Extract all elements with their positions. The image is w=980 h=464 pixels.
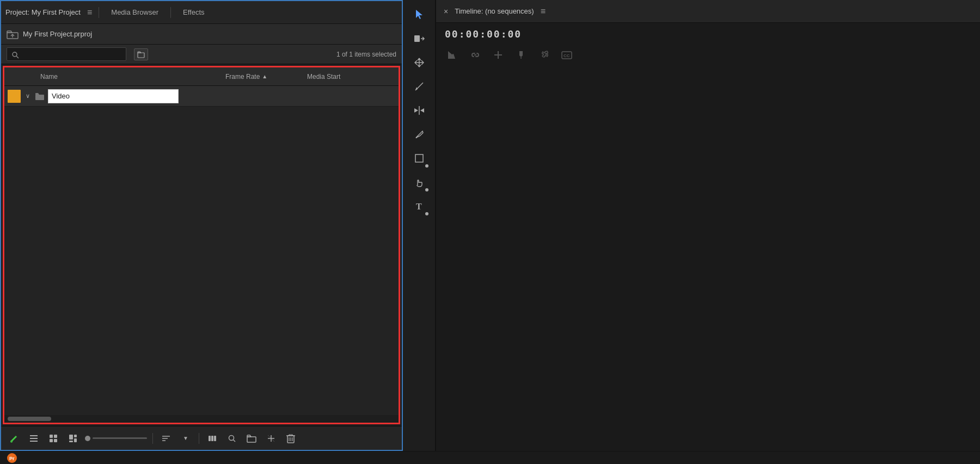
svg-rect-16 [74, 435, 77, 437]
svg-rect-12 [54, 435, 57, 438]
tools-timeline-container: T × Timeline: (no sequences) ≡ 00:00:00:… [403, 0, 980, 451]
tl-select-tool[interactable] [445, 47, 460, 63]
svg-rect-23 [211, 436, 213, 441]
clear-button[interactable] [264, 431, 279, 446]
tl-settings-tool[interactable] [536, 47, 552, 63]
zoom-slider-wrapper[interactable] [85, 436, 147, 441]
search-input[interactable] [22, 50, 121, 58]
project-menu-icon[interactable]: ≡ [85, 8, 94, 17]
items-selected-label: 1 of 1 items selected [336, 51, 396, 58]
zoom-slider[interactable] [93, 437, 147, 439]
tl-marker-tool[interactable] [513, 47, 529, 63]
search-icon [11, 50, 19, 58]
svg-rect-14 [54, 439, 57, 442]
panel-header: Project: My First Project ≡ Media Browse… [1, 1, 402, 24]
project-file-name: My First Project.prproj [23, 30, 92, 38]
svg-rect-13 [50, 439, 53, 442]
tab-separator-1 [99, 7, 99, 18]
tl-add-edit-tool[interactable] [491, 47, 506, 63]
toolbar-separator-1 [152, 433, 153, 444]
folder-up-icon[interactable] [7, 29, 19, 39]
svg-point-2 [13, 52, 17, 57]
svg-text:CC: CC [564, 53, 570, 58]
text-tool-badge [425, 212, 428, 215]
selection-tool-button[interactable] [409, 4, 430, 25]
column-adjust-button[interactable] [205, 431, 220, 446]
icon-view-button[interactable] [46, 431, 61, 446]
timeline-menu-icon[interactable]: ≡ [541, 7, 546, 16]
timecode-display: 00:00:00:00 [436, 23, 980, 45]
svg-line-26 [234, 440, 236, 442]
hand-tool-badge [425, 188, 428, 191]
zoom-slider-dot [85, 436, 90, 441]
pen-tool-button[interactable] [409, 124, 430, 145]
toolbar-separator-2 [199, 433, 199, 444]
row-name-input[interactable] [48, 89, 179, 103]
timeline-close-icon[interactable]: × [442, 6, 450, 17]
list-area: Name Frame Rate ▲ Media Start ∨ [3, 66, 400, 424]
new-bin-button[interactable] [244, 431, 259, 446]
sort-dropdown-button[interactable]: ▼ [178, 431, 193, 446]
hand-tool-button[interactable] [409, 172, 430, 193]
new-item-button[interactable] [7, 431, 22, 446]
timeline-empty-area [436, 65, 980, 451]
svg-rect-18 [69, 441, 73, 442]
row-thumbnail [8, 90, 21, 103]
list-view-button[interactable] [26, 431, 41, 446]
svg-rect-4 [138, 53, 144, 58]
table-row[interactable]: ∨ [4, 86, 399, 107]
row-expand-icon[interactable]: ∨ [23, 92, 33, 100]
media-browser-tab[interactable]: Media Browser [103, 1, 166, 24]
tl-link-tool[interactable] [468, 47, 483, 63]
list-body: ∨ [4, 86, 399, 415]
tab-separator-2 [170, 7, 171, 18]
text-tool-button[interactable]: T [409, 196, 430, 216]
find-bin-icon[interactable] [134, 48, 148, 60]
track-select-tool-button[interactable] [409, 28, 430, 49]
move-tool-button[interactable] [409, 52, 430, 73]
svg-rect-5 [35, 95, 44, 100]
bottom-toolbar: ▼ [1, 426, 402, 450]
horizontal-scrollbar[interactable] [8, 417, 51, 421]
sort-button[interactable] [158, 431, 174, 446]
adobe-logo: Pr [5, 451, 19, 465]
find-button[interactable] [224, 431, 240, 446]
svg-point-25 [229, 435, 234, 440]
timeline-toolbar: CC [436, 45, 980, 65]
svg-text:Pr: Pr [9, 456, 15, 461]
list-header: Name Frame Rate ▲ Media Start [4, 67, 399, 86]
svg-line-7 [11, 442, 13, 442]
svg-rect-27 [247, 437, 256, 442]
svg-rect-17 [74, 438, 77, 442]
svg-rect-15 [69, 435, 73, 440]
col-name-header: Name [8, 73, 225, 81]
svg-rect-24 [214, 436, 216, 441]
tl-captions-tool[interactable]: CC [559, 47, 574, 63]
trim-tool-button[interactable] [409, 100, 430, 121]
freeform-view-button[interactable] [65, 431, 81, 446]
search-input-wrapper[interactable] [7, 47, 126, 60]
project-tab[interactable]: Project: My First Project ≡ [5, 8, 94, 17]
project-tab-label: Project: My First Project [5, 8, 81, 16]
svg-text:T: T [416, 202, 422, 211]
svg-rect-10 [30, 441, 38, 442]
effects-tab[interactable]: Effects [175, 1, 212, 24]
rectangle-tool-button[interactable] [409, 148, 430, 169]
svg-rect-33 [414, 35, 420, 42]
razor-tool-button[interactable] [409, 76, 430, 97]
status-bar: Pr [0, 451, 980, 464]
timeline-panel: × Timeline: (no sequences) ≡ 00:00:00:00 [436, 0, 980, 451]
svg-line-3 [16, 56, 19, 58]
col-mediastart-header: Media Start [307, 73, 395, 81]
project-panel: Project: My First Project ≡ Media Browse… [0, 0, 403, 451]
svg-rect-22 [209, 436, 211, 441]
tools-strip: T [403, 0, 436, 451]
delete-button[interactable] [283, 431, 298, 446]
scrollbar-area [4, 415, 399, 423]
timeline-title: Timeline: (no sequences) [455, 7, 534, 15]
svg-rect-11 [50, 435, 53, 438]
project-file-bar: My First Project.prproj [1, 24, 402, 45]
svg-rect-9 [30, 438, 38, 439]
timeline-header: × Timeline: (no sequences) ≡ [436, 0, 980, 23]
svg-rect-8 [30, 435, 38, 436]
